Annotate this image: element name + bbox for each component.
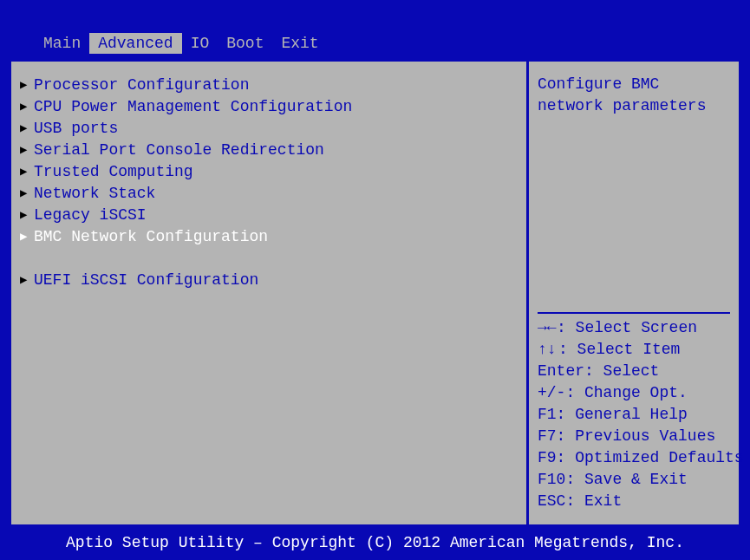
help-key-hint: F1: General Help (538, 404, 730, 426)
menu-item-processor-configuration[interactable]: ▶Processor Configuration (20, 74, 518, 95)
footer: Aptio Setup Utility – Copyright (C) 2012… (0, 532, 750, 560)
menu-item-label: UEFI iSCSI Configuration (34, 271, 258, 289)
menu-item-label: BMC Network Configuration (34, 228, 268, 245)
menu-item-legacy-iscsi[interactable]: ▶Legacy iSCSI (20, 204, 518, 225)
help-text-line: Configure BMC (538, 74, 730, 95)
menu-spacer (20, 247, 518, 269)
menu-item-cpu-power-management-configuration[interactable]: ▶CPU Power Management Configuration (20, 95, 518, 117)
submenu-arrow-icon: ▶ (20, 120, 34, 135)
help-key-hint: F9: Optimized Defaults (538, 447, 730, 469)
menu-item-label: USB ports (34, 120, 118, 137)
help-divider (538, 312, 730, 314)
bios-screen: MainAdvancedIOBootExit ▶Processor Config… (0, 0, 750, 560)
arrows-up-down-icon: ↑↓ (538, 339, 558, 361)
help-key-hint: ESC: Exit (538, 491, 730, 512)
submenu-arrow-icon: ▶ (20, 207, 34, 222)
help-key-hint: +/-: Change Opt. (538, 382, 730, 404)
help-key-hint: →←: Select Screen (538, 317, 730, 339)
help-spacer (538, 117, 730, 309)
menu-panel: ▶Processor Configuration▶CPU Power Manag… (9, 59, 526, 527)
menu-item-label: Legacy iSCSI (34, 206, 147, 224)
menu-item-trusted-computing[interactable]: ▶Trusted Computing (20, 160, 518, 182)
arrows-left-right-icon: →← (538, 317, 557, 339)
tab-bar: MainAdvancedIOBootExit (0, 33, 750, 54)
menu-item-usb-ports[interactable]: ▶USB ports (20, 117, 518, 139)
main-area: ▶Processor Configuration▶CPU Power Manag… (9, 59, 741, 527)
tab-advanced[interactable]: Advanced (89, 33, 181, 54)
help-panel: Configure BMC network parameters →←: Sel… (526, 59, 741, 527)
help-key-hint: Enter: Select (538, 361, 730, 382)
submenu-arrow-icon: ▶ (20, 99, 34, 114)
title-bar (0, 0, 750, 33)
menu-item-label: Serial Port Console Redirection (34, 141, 324, 159)
tab-io[interactable]: IO (182, 33, 218, 54)
menu-item-label: Trusted Computing (34, 163, 193, 180)
menu-item-network-stack[interactable]: ▶Network Stack (20, 182, 518, 204)
submenu-arrow-icon: ▶ (20, 186, 34, 200)
help-key-hint: ↑↓: Select Item (538, 339, 730, 361)
submenu-arrow-icon: ▶ (20, 164, 34, 179)
menu-item-uefi-iscsi-configuration[interactable]: ▶UEFI iSCSI Configuration (20, 269, 518, 290)
help-key-hint: F7: Previous Values (538, 426, 730, 447)
submenu-arrow-icon: ▶ (20, 142, 34, 157)
help-key-hint: F10: Save & Exit (538, 469, 730, 491)
tab-exit[interactable]: Exit (272, 33, 327, 54)
tab-main[interactable]: Main (35, 33, 89, 54)
submenu-arrow-icon: ▶ (20, 77, 34, 92)
menu-item-label: Network Stack (34, 185, 155, 202)
tab-boot[interactable]: Boot (218, 33, 272, 54)
help-text-line: network parameters (538, 95, 730, 117)
menu-item-bmc-network-configuration[interactable]: ▶BMC Network Configuration (20, 225, 518, 247)
submenu-arrow-icon: ▶ (20, 272, 34, 287)
submenu-arrow-icon: ▶ (20, 229, 34, 244)
menu-item-label: CPU Power Management Configuration (34, 98, 352, 115)
menu-item-label: Processor Configuration (34, 76, 249, 94)
menu-item-serial-port-console-redirection[interactable]: ▶Serial Port Console Redirection (20, 139, 518, 160)
